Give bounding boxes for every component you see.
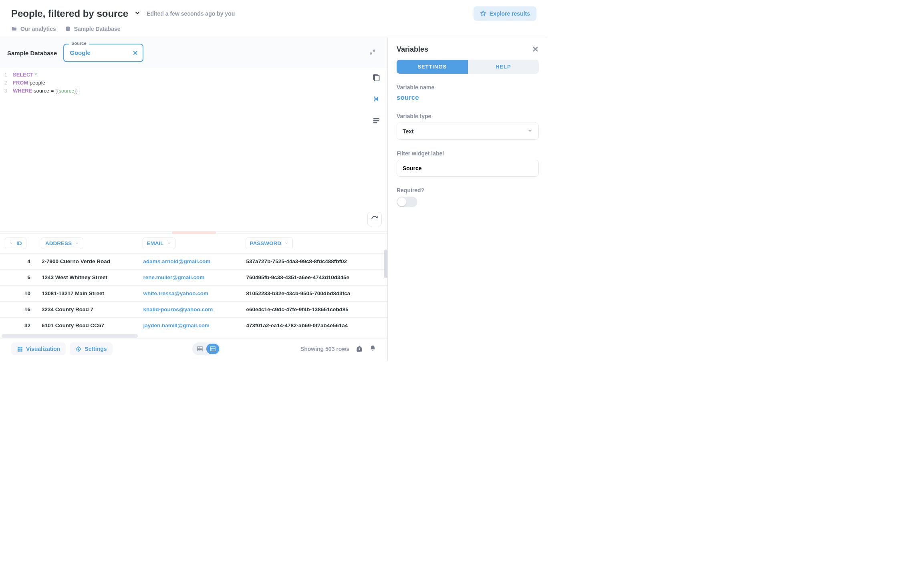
row-count: Showing 503 rows [300,346,349,352]
cell-email[interactable]: white.tressa@yahoo.com [138,286,241,302]
chevron-down-icon [284,240,288,246]
explore-results-label: Explore results [490,10,530,17]
cell-password: 537a727b-7525-44a3-99c8-8fdc488fbf02 [241,254,387,270]
column-header[interactable]: ADDRESS [36,234,138,254]
column-header[interactable]: ID [0,234,36,254]
chevron-down-icon [167,240,171,246]
bell-icon[interactable] [369,345,376,353]
svg-rect-2 [375,75,379,81]
cell-password: 760495fb-9c38-4351-a6ee-4743d10d345e [241,270,387,286]
cell-id: 4 [0,254,36,270]
svg-rect-3 [373,118,379,119]
svg-point-15 [78,348,79,350]
table-row[interactable]: 42-7900 Cuerno Verde Roadadams.arnold@gm… [0,254,387,270]
tab-settings[interactable]: SETTINGS [397,60,468,74]
svg-rect-14 [21,350,22,351]
cell-id: 32 [0,318,36,334]
horizontal-scrollbar[interactable] [2,334,138,338]
breadcrumb-collection[interactable]: Our analytics [11,26,56,32]
label-filter-widget: Filter widget label [397,150,539,157]
chevron-down-icon[interactable] [134,9,141,18]
svg-rect-6 [18,346,19,348]
page-title[interactable]: People, filtered by source [11,8,128,19]
table-row[interactable]: 163234 County Road 7khalid-pouros@yahoo.… [0,302,387,318]
cell-password: 473f01a2-ea14-4782-ab69-0f7ab4e561a4 [241,318,387,334]
chevron-down-icon [75,240,79,246]
settings-label: Settings [85,346,107,352]
explore-results-button[interactable]: Explore results [474,6,536,21]
label-variable-type: Variable type [397,113,539,119]
download-icon[interactable] [356,345,363,353]
cell-id: 10 [0,286,36,302]
required-toggle[interactable] [397,197,417,207]
cell-email[interactable]: rene.muller@gmail.com [138,270,241,286]
svg-rect-12 [18,350,19,351]
database-selector[interactable]: Sample Database [7,50,57,56]
variable-name-value: source [397,94,539,102]
data-reference-icon[interactable] [372,73,380,83]
collapse-editor-icon[interactable] [369,48,376,57]
visualization-label: Visualization [26,346,60,352]
variable-type-value: Text [403,128,414,135]
filter-widget-label-input[interactable] [397,160,539,177]
breadcrumb-database-label: Sample Database [74,26,121,32]
vertical-scrollbar[interactable] [384,250,387,333]
cell-email[interactable]: jayden.hamill@gmail.com [138,318,241,334]
breadcrumb: Our analytics Sample Database [0,26,548,38]
table-row[interactable]: 1013081-13217 Main Streetwhite.tressa@ya… [0,286,387,302]
close-sidebar-icon[interactable]: ✕ [532,44,539,54]
edited-indicator: Edited a few seconds ago by you [147,10,235,17]
label-variable-name: Variable name [397,84,539,91]
sidebar-title: Variables [397,45,428,54]
filter-chip-value: Google [70,49,91,56]
svg-rect-10 [19,348,20,350]
cell-password: e60e4c1e-c9dc-47fe-9f4b-138651cebd85 [241,302,387,318]
cell-address: 3234 County Road 7 [36,302,138,318]
cell-address: 1243 West Whitney Street [36,270,138,286]
breadcrumb-database[interactable]: Sample Database [65,26,121,32]
results-table: IDADDRESSEMAILPASSWORD 42-7900 Cuerno Ve… [0,234,387,333]
view-mode-detail-icon[interactable] [206,344,219,354]
cell-address: 13081-13217 Main Street [36,286,138,302]
svg-rect-8 [21,346,22,348]
run-query-button[interactable] [367,212,382,226]
chevron-down-icon [9,240,13,246]
sql-editor[interactable]: 123 SELECT * FROM people WHERE source = … [0,68,365,208]
svg-rect-16 [198,347,202,351]
view-mode-toggle[interactable] [192,342,220,355]
svg-rect-7 [19,346,20,348]
cell-address: 2-7900 Cuerno Verde Road [36,254,138,270]
settings-button[interactable]: Settings [70,342,112,355]
cell-id: 16 [0,302,36,318]
svg-rect-13 [19,350,20,351]
visualization-button[interactable]: Visualization [11,342,66,355]
svg-rect-5 [373,122,377,123]
svg-rect-4 [373,120,379,121]
tab-help[interactable]: HELP [468,60,539,74]
column-header[interactable]: PASSWORD [241,234,387,254]
cell-password: 81052233-b32e-43cb-9505-700dbd8d3fca [241,286,387,302]
svg-rect-17 [210,347,215,351]
column-header[interactable]: EMAIL [138,234,241,254]
cell-id: 6 [0,270,36,286]
cell-address: 6101 County Road CC67 [36,318,138,334]
snippets-icon[interactable] [372,117,380,126]
breadcrumb-collection-label: Our analytics [20,26,56,32]
filter-chip-legend: Source [69,41,89,46]
table-row[interactable]: 61243 West Whitney Streetrene.muller@gma… [0,270,387,286]
variables-icon[interactable] [372,95,380,105]
chevron-down-icon [527,128,533,135]
filter-chip-source[interactable]: Source Google ✕ [63,44,143,62]
svg-rect-9 [18,348,19,350]
cell-email[interactable]: khalid-pouros@yahoo.com [138,302,241,318]
label-required: Required? [397,187,539,193]
variable-type-select[interactable]: Text [397,123,539,140]
cell-email[interactable]: adams.arnold@gmail.com [138,254,241,270]
view-mode-table-icon[interactable] [193,344,206,354]
close-icon[interactable]: ✕ [133,49,138,57]
svg-rect-11 [21,348,22,350]
table-row[interactable]: 326101 County Road CC67jayden.hamill@gma… [0,318,387,334]
